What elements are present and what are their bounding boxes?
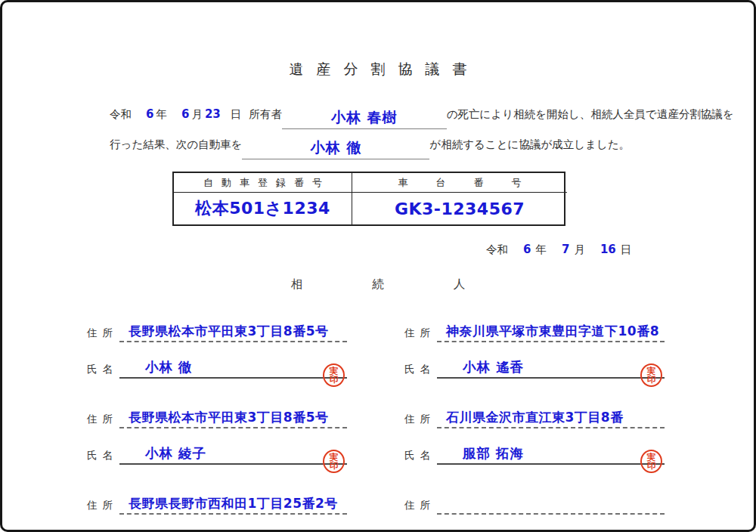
address-line: 神奈川県平塚市東豊田字道下10番8 — [437, 323, 665, 342]
name-line: 小林 遙香実印 — [437, 358, 665, 379]
heir-name-row: 氏名 小林 徹実印 — [87, 351, 347, 379]
seal-char-top: 実 — [330, 367, 339, 376]
chassis-number-cell: GK3-1234567 — [352, 193, 567, 224]
registration-number-cell: 松本501さ1234 — [174, 193, 352, 224]
name-label: 氏名 — [87, 449, 118, 465]
vehicle-table: 自動車登録番号 車台番号 松本501さ1234 GK3-1234567 — [172, 172, 565, 226]
address-line: 長野県松本市平田東3丁目8番5号 — [119, 323, 347, 342]
heir-name-row: 氏名 ㊞ — [404, 523, 665, 532]
heir-address-row: 住所 長野県松本市平田東3丁目8番5号 — [87, 401, 347, 428]
heir-address-value: 長野県松本市平田東3丁目8番5号 — [129, 410, 329, 425]
heirs-grid: 住所 長野県松本市平田東3丁目8番5号 氏名 小林 徹実印 住所 神奈川県平塚市… — [87, 315, 665, 532]
name-label: 氏名 — [87, 363, 118, 379]
heir-block-4: 住所 石川県金沢市直江東3丁目8番 氏名 服部 拓海実印 — [404, 401, 665, 465]
day-unit: 日 — [231, 108, 242, 120]
agreement-date: 令和6年7月16日 — [486, 243, 754, 257]
seal-char-bottom: 印 — [330, 376, 339, 384]
address-label: 住所 — [404, 499, 435, 515]
heir-block-2: 住所 神奈川県平塚市東豊田字道下10番8 氏名 小林 遙香実印 — [404, 315, 665, 379]
name-line: 小林 綾子実印 — [119, 444, 347, 465]
intro-line-1: 令和6年6月23日所有者小林 春樹の死亡により相続を開始し、相続人全員で遺産分割… — [110, 99, 754, 129]
name-line: 小林 徹実印 — [119, 358, 347, 379]
document-page: 遺産分割協議書 令和6年6月23日所有者小林 春樹の死亡により相続を開始し、相続… — [0, 0, 756, 532]
registered-seal-stamp: 実印 — [640, 363, 662, 387]
name-label: 氏名 — [404, 363, 435, 379]
agreement-day-unit: 日 — [621, 243, 632, 255]
address-line: 長野県長野市西和田1丁目25番2号 — [119, 495, 347, 515]
intro-paragraph: 令和6年6月23日所有者小林 春樹の死亡により相続を開始し、相続人全員で遺産分割… — [110, 99, 754, 159]
heir-name-row: 氏名 服部 拓海実印 — [404, 437, 665, 465]
seal-char-bottom: 印 — [330, 462, 339, 470]
chassis-number-value: GK3-1234567 — [395, 200, 525, 218]
address-line: 長野県松本市平田東3丁目8番5号 — [119, 409, 347, 428]
seal-char-top: 実 — [647, 453, 656, 462]
heir-name-row: 氏名 小林 遙香実印 — [404, 351, 665, 379]
address-line: 石川県金沢市直江東3丁目8番 — [437, 409, 665, 428]
address-label: 住所 — [87, 413, 118, 428]
heir-block-1: 住所 長野県松本市平田東3丁目8番5号 氏名 小林 徹実印 — [87, 315, 347, 379]
name-line: 服部 拓海実印 — [437, 444, 665, 465]
successor-name-field: 小林 徹 — [242, 138, 429, 159]
heir-address-row: 住所 — [404, 487, 665, 515]
heir-address-value: 石川県金沢市直江東3丁目8番 — [446, 410, 624, 425]
intro-line2-tail: が相続することに協議が成立しました。 — [429, 138, 630, 150]
seal-char-top: 実 — [647, 367, 656, 376]
heir-name-row: 氏名 佐藤 直樹実印 — [87, 523, 347, 532]
seal-char-bottom: 印 — [647, 376, 656, 384]
agreement-month-unit: 月 — [574, 243, 596, 255]
owner-name-value: 小林 春樹 — [331, 109, 398, 125]
heir-name-value: 小林 徹 — [145, 360, 193, 375]
death-month-value: 6 — [179, 107, 191, 121]
document-title: 遺産分割協議書 — [2, 60, 754, 79]
month-unit: 月 — [191, 108, 203, 120]
registration-number-value: 松本501さ1234 — [195, 197, 330, 220]
successor-name-value: 小林 徹 — [311, 139, 362, 156]
heir-address-value: 長野県長野市西和田1丁目25番2号 — [129, 496, 338, 511]
death-year-value: 6 — [144, 107, 156, 121]
intro-line-2: 行った結果、次の自動車を小林 徹が相続することに協議が成立しました。 — [110, 129, 754, 159]
seal-char-top: 実 — [330, 453, 339, 462]
heir-name-value: 小林 綾子 — [145, 446, 206, 461]
era-label: 令和 — [110, 108, 132, 120]
address-label: 住所 — [87, 326, 118, 342]
registered-seal-stamp: 実印 — [323, 363, 345, 387]
agreement-day-value: 16 — [596, 243, 621, 256]
heir-name-value: 小林 遙香 — [463, 360, 524, 375]
address-label: 住所 — [87, 499, 118, 515]
agreement-year-unit: 年 — [535, 243, 557, 255]
death-day-value: 23 — [203, 107, 223, 121]
heir-block-6-empty: 住所 氏名 ㊞ — [404, 487, 665, 532]
intro-line1-tail: の死亡により相続を開始し、相続人全員で遺産分割協議を — [447, 108, 734, 120]
year-unit: 年 — [156, 108, 167, 120]
intro-line2-head: 行った結果、次の自動車を — [110, 138, 242, 150]
agreement-month-value: 7 — [557, 243, 574, 256]
heir-block-5: 住所 長野県長野市西和田1丁目25番2号 氏名 佐藤 直樹実印 — [87, 487, 347, 532]
agreement-era-label: 令和 — [486, 243, 519, 255]
address-label: 住所 — [404, 413, 435, 428]
heir-address-row: 住所 長野県松本市平田東3丁目8番5号 — [87, 315, 347, 342]
heir-address-value: 神奈川県平塚市東豊田字道下10番8 — [446, 323, 659, 339]
heir-address-row: 住所 神奈川県平塚市東豊田字道下10番8 — [404, 315, 665, 342]
heir-address-value: 長野県松本市平田東3丁目8番5号 — [129, 323, 329, 339]
agreement-year-value: 6 — [519, 243, 535, 256]
heir-name-value: 服部 拓海 — [463, 446, 524, 461]
registered-seal-stamp: 実印 — [323, 450, 345, 473]
name-label: 氏名 — [404, 449, 435, 465]
heirs-section-heading: 相続人 — [2, 277, 754, 292]
address-line-empty — [437, 512, 665, 515]
heir-address-row: 住所 石川県金沢市直江東3丁目8番 — [404, 401, 665, 428]
heir-block-3: 住所 長野県松本市平田東3丁目8番5号 氏名 小林 綾子実印 — [87, 401, 347, 465]
owner-name-field: 小林 春樹 — [282, 107, 447, 129]
owner-label: 所有者 — [249, 108, 282, 120]
heir-address-row: 住所 長野県長野市西和田1丁目25番2号 — [87, 487, 347, 515]
registered-seal-stamp: 実印 — [640, 450, 662, 473]
chassis-number-header: 車台番号 — [352, 173, 567, 193]
registration-number-header: 自動車登録番号 — [174, 173, 352, 193]
address-label: 住所 — [404, 326, 435, 342]
heir-name-row: 氏名 小林 綾子実印 — [87, 437, 347, 465]
seal-char-bottom: 印 — [647, 462, 656, 470]
